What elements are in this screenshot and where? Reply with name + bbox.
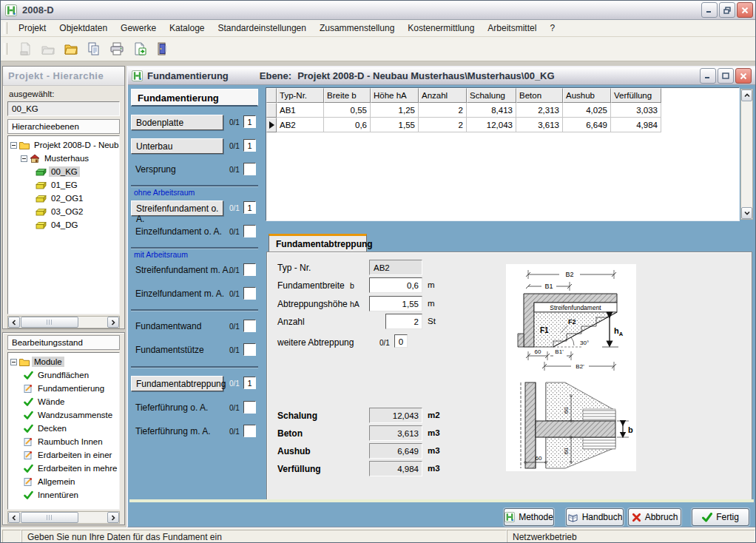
cell-breite[interactable]: 0,55 [324,103,371,118]
child-close-button[interactable] [735,68,752,84]
exit-door-icon[interactable] [153,39,172,58]
tree-item-floor[interactable]: 00_KG [8,165,119,178]
tree-item-floor[interactable]: 02_OG1 [8,192,119,205]
tree-item-floor[interactable]: 01_EG [8,178,119,192]
column-header[interactable]: Typ-Nr. [277,88,324,103]
export-icon[interactable] [130,39,149,58]
count-box[interactable] [243,401,256,414]
child-maximize-button[interactable] [718,68,734,84]
column-header[interactable]: Verfüllung [611,88,661,103]
table-row[interactable]: AB1 0,55 1,25 2 8,413 2,313 4,025 3,033 [266,103,739,118]
copy-icon[interactable] [84,39,104,58]
progress-horizontal-scrollbar[interactable] [7,511,120,524]
module-item[interactable]: Grundflächen [8,368,119,382]
fundamentabtreppung-button[interactable]: Fundamentabtreppung [131,376,223,391]
tree-item-project[interactable]: Projekt 2008-D - Neubau [8,138,119,152]
count-box[interactable] [243,320,256,332]
tab-fundamentabtreppung[interactable]: Fundamentabtreppung [269,234,367,252]
module-item[interactable]: Fundamentierung [8,382,119,395]
table-vertical-scrollbar[interactable] [740,89,753,220]
cell-hoehe[interactable]: 1,55 [371,118,419,132]
row-selector-current[interactable] [266,118,277,132]
menu-kostenermittlung[interactable]: Kostenermittlung [401,21,481,36]
count-box[interactable] [243,163,256,175]
module-item[interactable]: Allgemein [8,475,119,488]
handbuch-button[interactable]: Handbuch [566,508,624,526]
fundamentstuetze-label[interactable]: Fundamentstütze [135,345,204,355]
cell-typ[interactable]: AB1 [277,103,324,118]
menu-kataloge[interactable]: Kataloge [163,21,211,36]
streifenfundament-oa-button[interactable]: Streifenfundament o. A. [131,200,223,216]
collapse-icon[interactable] [10,142,17,149]
module-item[interactable]: Erdarbeiten in mehre [8,462,119,475]
unterbau-button[interactable]: Unterbau [131,138,223,154]
collapse-icon[interactable] [10,359,17,365]
table-row-active[interactable]: AB2 0,6 1,55 2 12,043 3,613 6,649 4,984 [266,118,739,132]
menu-projekt[interactable]: Projekt [12,21,53,36]
hierarchy-horizontal-scrollbar[interactable] [7,316,120,328]
scroll-up-button[interactable] [741,90,752,101]
abbruch-button[interactable]: Abbruch [628,508,681,526]
anzahl-input[interactable]: 2 [385,314,422,329]
column-header[interactable]: Schalung [467,88,516,103]
cell-beton[interactable]: 3,613 [516,118,563,132]
scroll-right-button[interactable] [107,317,119,328]
scroll-left-button[interactable] [8,317,20,328]
bodenplatte-button[interactable]: Bodenplatte [131,115,223,130]
print-icon[interactable] [107,39,126,58]
minimize-button[interactable] [701,2,718,18]
module-item[interactable]: Raumbuch Innen [8,435,119,448]
scroll-down-button[interactable] [741,207,752,219]
cell-schalung[interactable]: 12,043 [467,118,516,132]
tieferfuehrung-oa-label[interactable]: Tieferführung o. A. [135,402,208,413]
hierarchy-levels-header[interactable]: Hierarchieebenen [7,119,120,134]
close-button[interactable] [737,2,753,18]
tree-item-module-root[interactable]: Module [8,355,119,368]
count-box[interactable]: 1 [243,377,256,389]
cell-schalung[interactable]: 8,413 [467,103,516,118]
count-box[interactable] [243,263,256,276]
tieferfuehrung-ma-label[interactable]: Tieferführung m. A. [135,426,211,436]
streifenfundament-ma-label[interactable]: Streifenfundament m. A. [135,265,231,275]
tree-item-floor[interactable]: 04_DG [8,218,119,232]
scroll-left-button[interactable] [8,512,20,523]
cell-anzahl[interactable]: 2 [419,118,467,132]
menu-standardeinstellungen[interactable]: Standardeinstellungen [211,21,312,36]
module-item[interactable]: Erdarbeiten in einer [8,448,119,462]
menu-objektdaten[interactable]: Objektdaten [53,21,114,36]
scroll-right-button[interactable] [107,512,119,523]
cell-aushub[interactable]: 6,649 [563,118,611,132]
einzelfundament-ma-label[interactable]: Einzelfundament m. A. [135,289,224,299]
count-box[interactable] [243,425,256,437]
module-item[interactable]: Wände [8,395,119,408]
einzelfundament-oa-label[interactable]: Einzelfundament o. A. [135,226,222,237]
menu-help[interactable]: ? [543,21,561,36]
cell-hoehe[interactable]: 1,25 [371,103,419,118]
cell-aushub[interactable]: 4,025 [563,103,611,118]
cell-typ[interactable]: AB2 [277,118,324,132]
abtreppungshoehe-input[interactable]: 1,55 [369,296,422,311]
cell-anzahl[interactable]: 2 [419,103,467,118]
module-item[interactable]: Decken [8,422,119,435]
column-header[interactable]: Breite b [324,88,371,103]
collapse-icon[interactable] [21,155,27,162]
count-box[interactable]: 1 [243,115,256,128]
methode-button[interactable]: Methode [504,508,554,526]
module-item[interactable]: Wandzusammenste [8,408,119,422]
column-header[interactable]: Aushub [563,88,611,103]
fertig-button[interactable]: Fertig [692,508,749,526]
fundamentbreite-input[interactable]: 0,6 [369,277,422,293]
restore-button[interactable] [719,2,735,18]
versprung-label[interactable]: Versprung [135,164,176,175]
menu-zusammenstellung[interactable]: Zusammenstellung [313,21,401,36]
count-box[interactable] [243,225,256,237]
count-box[interactable] [243,287,256,300]
cell-verfuellung[interactable]: 4,984 [611,118,661,132]
tree-item-floor[interactable]: 03_OG2 [8,205,119,218]
scroll-thumb[interactable] [21,512,78,523]
count-box[interactable] [243,343,256,356]
count-box[interactable]: 1 [243,201,256,214]
cell-breite[interactable]: 0,6 [324,118,371,132]
row-selector[interactable] [266,103,277,118]
cell-verfuellung[interactable]: 3,033 [611,103,661,118]
